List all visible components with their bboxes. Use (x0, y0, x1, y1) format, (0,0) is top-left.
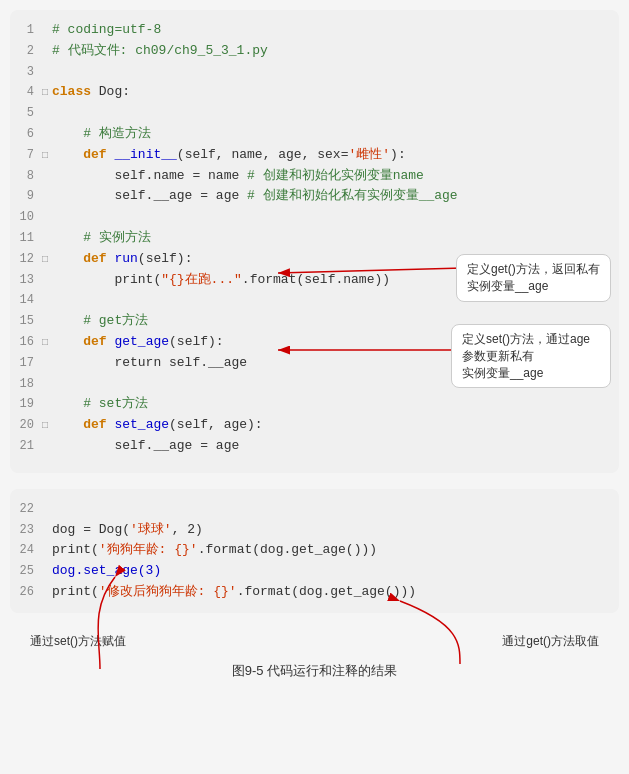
code-line: 24 print('狗狗年龄: {}'.format(dog.get_age()… (10, 540, 609, 561)
line-number: 11 (10, 229, 42, 248)
line-number: 2 (10, 42, 42, 61)
line-number: 15 (10, 312, 42, 331)
code-content: dog = Dog('球球', 2) (52, 520, 609, 541)
fold-marker: □ (42, 335, 52, 351)
code-line: 11 # 实例方法 (10, 228, 609, 249)
code-line: 9 self.__age = age # 创建和初始化私有实例变量__age (10, 186, 609, 207)
annotation-get: 定义get()方法，返回私有实例变量__age (456, 254, 611, 302)
line-number: 1 (10, 21, 42, 40)
line-number: 25 (10, 562, 42, 581)
code-content: # set方法 (52, 394, 609, 415)
line-number: 26 (10, 583, 42, 602)
code-line: 25 dog.set_age(3) (10, 561, 609, 582)
code-content: self.name = name # 创建和初始化实例变量name (52, 166, 609, 187)
line-number: 17 (10, 354, 42, 373)
code-line: 21 self.__age = age (10, 436, 609, 457)
code-content: dog.set_age(3) (52, 561, 609, 582)
code-content: # coding=utf-8 (52, 20, 609, 41)
code-content (52, 499, 609, 520)
fold-marker: □ (42, 85, 52, 101)
line-number: 14 (10, 291, 42, 310)
code-line: 23 dog = Dog('球球', 2) (10, 520, 609, 541)
label-set: 通过set()方法赋值 (30, 633, 126, 650)
code-content: def __init__(self, name, age, sex='雌性'): (52, 145, 609, 166)
label-get: 通过get()方法取值 (502, 633, 599, 650)
code-content: def set_age(self, age): (52, 415, 609, 436)
code-line: 26 print('修改后狗狗年龄: {}'.format(dog.get_ag… (10, 582, 609, 603)
code-content: class Dog: (52, 82, 609, 103)
line-number: 3 (10, 63, 42, 82)
code-content: self.__age = age (52, 436, 609, 457)
line-number: 16 (10, 333, 42, 352)
code-content: print('修改后狗狗年龄: {}'.format(dog.get_age()… (52, 582, 609, 603)
line-number: 10 (10, 208, 42, 227)
line-number: 13 (10, 271, 42, 290)
bottom-code-block: 22 23 dog = Dog('球球', 2)24 print('狗狗年龄: … (10, 489, 619, 613)
line-number: 7 (10, 146, 42, 165)
line-number: 6 (10, 125, 42, 144)
line-number: 4 (10, 83, 42, 102)
caption: 图9-5 代码运行和注释的结果 (10, 662, 619, 680)
code-line: 5 (10, 103, 609, 124)
line-number: 19 (10, 395, 42, 414)
line-number: 5 (10, 104, 42, 123)
code-line: 19 # set方法 (10, 394, 609, 415)
line-number: 21 (10, 437, 42, 456)
top-code-block: 1 # coding=utf-82 # 代码文件: ch09/ch9_5_3_1… (10, 10, 619, 473)
code-content (52, 103, 609, 124)
line-number: 20 (10, 416, 42, 435)
line-number: 18 (10, 375, 42, 394)
code-line: 6 # 构造方法 (10, 124, 609, 145)
code-line: 20□ def set_age(self, age): (10, 415, 609, 436)
fold-marker: □ (42, 148, 52, 164)
fold-marker: □ (42, 418, 52, 434)
annotation-set: 定义set()方法，通过age参数更新私有实例变量__age (451, 324, 611, 388)
line-number: 9 (10, 187, 42, 206)
code-line: 3 (10, 62, 609, 83)
line-number: 8 (10, 167, 42, 186)
code-line: 22 (10, 499, 609, 520)
code-content: print('狗狗年龄: {}'.format(dog.get_age())) (52, 540, 609, 561)
line-number: 24 (10, 541, 42, 560)
code-line: 7□ def __init__(self, name, age, sex='雌性… (10, 145, 609, 166)
code-content (52, 62, 609, 83)
code-line: 1 # coding=utf-8 (10, 20, 609, 41)
code-line: 4□class Dog: (10, 82, 609, 103)
code-content: # 构造方法 (52, 124, 609, 145)
line-number: 22 (10, 500, 42, 519)
code-content (52, 207, 609, 228)
code-line: 2 # 代码文件: ch09/ch9_5_3_1.py (10, 41, 609, 62)
code-content: # 实例方法 (52, 228, 609, 249)
code-line: 8 self.name = name # 创建和初始化实例变量name (10, 166, 609, 187)
fold-marker: □ (42, 252, 52, 268)
code-content: # 代码文件: ch09/ch9_5_3_1.py (52, 41, 609, 62)
line-number: 12 (10, 250, 42, 269)
annotation-row: 通过set()方法赋值 通过get()方法取值 (10, 629, 619, 654)
code-line: 10 (10, 207, 609, 228)
code-content: self.__age = age # 创建和初始化私有实例变量__age (52, 186, 609, 207)
line-number: 23 (10, 521, 42, 540)
